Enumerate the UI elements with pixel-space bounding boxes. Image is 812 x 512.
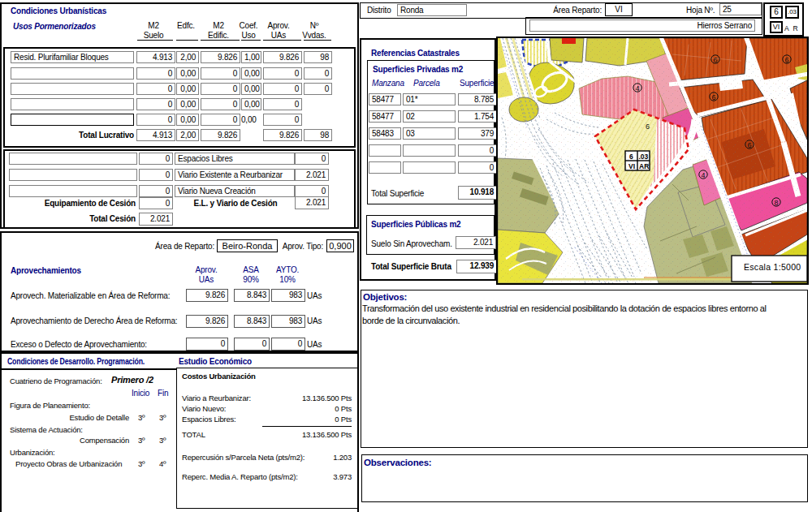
svg-text:Escala 1:5000: Escala 1:5000 [744,262,801,272]
